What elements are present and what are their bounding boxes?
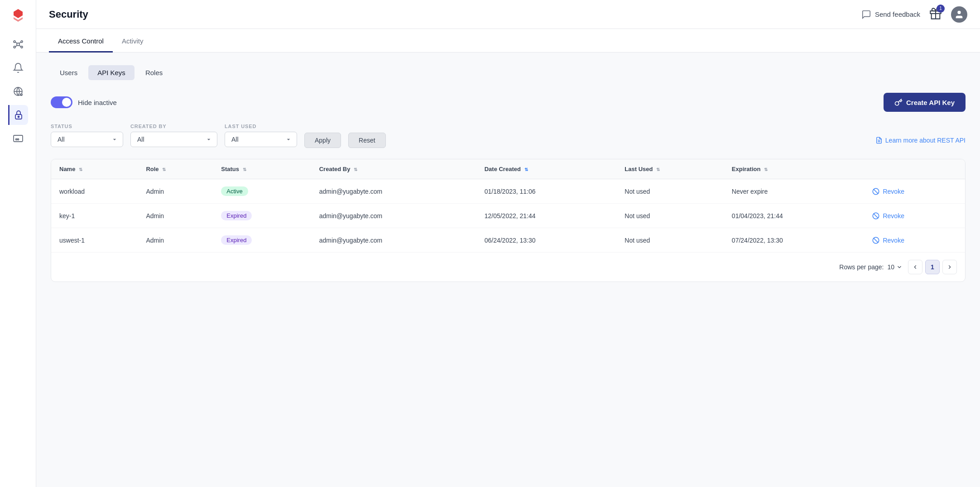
cell-date-created: 01/18/2023, 11:06 [476, 179, 617, 204]
status-badge: Active [221, 186, 248, 196]
sidebar-item-security[interactable] [8, 105, 28, 125]
cell-date-created: 12/05/2022, 21:44 [476, 204, 617, 228]
cell-expiration: 01/04/2023, 21:44 [724, 204, 864, 228]
cell-action: Revoke [864, 179, 965, 204]
reset-button[interactable]: Reset [348, 133, 386, 148]
sidebar-item-network[interactable] [8, 34, 28, 54]
date-created-sort-icon[interactable]: ⇅ [524, 167, 528, 172]
col-created-by: Created By ⇅ [311, 159, 476, 179]
created-by-filter-label: CREATED BY [130, 124, 217, 129]
toggle-knob [62, 98, 71, 107]
svg-point-13 [18, 116, 19, 118]
create-api-key-button[interactable]: Create API Key [884, 93, 966, 112]
col-date-created: Date Created ⇅ [476, 159, 617, 179]
learn-more-link[interactable]: Learn more about REST API [875, 137, 966, 144]
cell-action: Revoke [864, 228, 965, 253]
revoke-button[interactable]: Revoke [872, 187, 904, 196]
header-right: Send feedback 1 [861, 6, 967, 23]
svg-point-15 [15, 139, 17, 140]
gift-icon-wrap[interactable]: 1 [929, 7, 942, 22]
expiration-sort-icon[interactable]: ⇅ [764, 167, 768, 172]
status-filter-select[interactable]: All Active Expired Revoked [51, 132, 123, 147]
status-filter-label: STATUS [51, 124, 123, 129]
hide-inactive-wrap: Hide inactive [51, 96, 117, 108]
svg-line-5 [15, 42, 17, 43]
main-area: Security Send feedback 1 [36, 0, 980, 487]
pagination-row: Rows per page: 10 [51, 252, 965, 282]
status-badge: Expired [221, 235, 252, 245]
content-body: Users API Keys Roles Hide inactive Creat… [36, 53, 980, 295]
revoke-icon [872, 236, 880, 244]
tab-access-control[interactable]: Access Control [49, 29, 113, 53]
tab-activity[interactable]: Activity [113, 29, 153, 53]
cell-status: Expired [213, 228, 311, 253]
cell-name: key-1 [51, 204, 138, 228]
sub-tab-api-keys[interactable]: API Keys [88, 65, 135, 80]
sidebar-item-notifications[interactable] [8, 58, 28, 78]
table-row: key-1 Admin Expired admin@yugabyte.com 1… [51, 204, 965, 228]
revoke-icon [872, 212, 880, 220]
avatar-icon [954, 10, 964, 19]
cell-created-by: admin@yugabyte.com [311, 179, 476, 204]
status-sort-icon[interactable]: ⇅ [243, 167, 246, 172]
chevron-down-icon [896, 264, 903, 270]
svg-point-1 [14, 41, 15, 43]
table: Name ⇅ Role ⇅ Status ⇅ [51, 159, 965, 252]
gift-badge: 1 [937, 5, 945, 13]
table-row: workload Admin Active admin@yugabyte.com… [51, 179, 965, 204]
apply-button[interactable]: Apply [304, 133, 341, 148]
document-icon [875, 137, 883, 144]
table-row: uswest-1 Admin Expired admin@yugabyte.co… [51, 228, 965, 253]
send-feedback-button[interactable]: Send feedback [861, 10, 920, 19]
last-used-sort-icon[interactable]: ⇅ [656, 167, 660, 172]
created-by-sort-icon[interactable]: ⇅ [354, 167, 357, 172]
chevron-right-icon [946, 264, 953, 270]
sidebar-item-billing[interactable] [8, 129, 28, 148]
cell-role: Admin [138, 204, 213, 228]
page-1-button[interactable]: 1 [925, 260, 940, 274]
role-sort-icon[interactable]: ⇅ [162, 167, 166, 172]
svg-point-4 [21, 46, 23, 48]
cell-last-used: Not used [616, 204, 724, 228]
cell-role: Admin [138, 179, 213, 204]
svg-point-16 [17, 139, 19, 140]
sidebar-item-globe-settings[interactable] [8, 81, 28, 101]
hide-inactive-label: Hide inactive [78, 99, 117, 106]
revoke-icon [872, 187, 880, 196]
hide-inactive-toggle[interactable] [51, 96, 72, 108]
tab-bar: Access Control Activity [36, 29, 980, 53]
cell-status: Expired [213, 204, 311, 228]
col-status: Status ⇅ [213, 159, 311, 179]
cell-date-created: 06/24/2022, 13:30 [476, 228, 617, 253]
next-page-button[interactable] [942, 260, 957, 274]
status-filter-group: STATUS All Active Expired Revoked [51, 124, 123, 147]
page-nav: 1 [908, 260, 957, 274]
sub-tab-users[interactable]: Users [51, 65, 86, 80]
revoke-button[interactable]: Revoke [872, 236, 904, 244]
name-sort-icon[interactable]: ⇅ [79, 167, 82, 172]
revoke-button[interactable]: Revoke [872, 212, 904, 220]
prev-page-button[interactable] [908, 260, 922, 274]
svg-line-27 [874, 238, 879, 243]
cell-role: Admin [138, 228, 213, 253]
cell-created-by: admin@yugabyte.com [311, 228, 476, 253]
cell-name: workload [51, 179, 138, 204]
last-used-filter-select[interactable]: All Today This week This month [225, 132, 297, 147]
col-expiration: Expiration ⇅ [724, 159, 864, 179]
created-by-filter-select[interactable]: All admin@yugabyte.com [130, 132, 217, 147]
filter-row: STATUS All Active Expired Revoked CREATE… [51, 123, 966, 148]
chevron-left-icon [912, 264, 918, 270]
svg-line-6 [19, 42, 21, 43]
api-keys-table: Name ⇅ Role ⇅ Status ⇅ [51, 159, 966, 282]
svg-point-3 [14, 46, 15, 48]
sub-tabs: Users API Keys Roles [51, 65, 966, 80]
logo-icon[interactable] [8, 5, 28, 25]
avatar[interactable] [951, 6, 967, 23]
rows-per-page-select[interactable]: 10 [887, 263, 903, 271]
sub-tab-roles[interactable]: Roles [136, 65, 172, 80]
svg-line-7 [15, 45, 17, 47]
key-icon [894, 98, 903, 106]
col-actions [864, 159, 965, 179]
table-header-row: Name ⇅ Role ⇅ Status ⇅ [51, 159, 965, 179]
col-role: Role ⇅ [138, 159, 213, 179]
